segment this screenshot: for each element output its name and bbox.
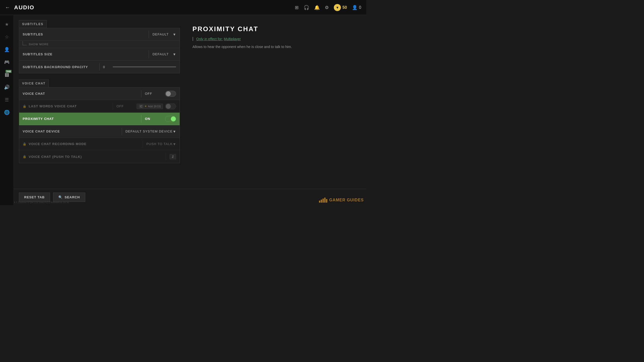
subtitles-bg-opacity-row[interactable]: SUBTITLES BACKGROUND OPACITY 0 bbox=[19, 61, 180, 73]
bar-4 bbox=[324, 198, 326, 203]
last-words-toggle-knob bbox=[166, 104, 171, 109]
subtitles-size-row[interactable]: SUBTITLES SIZE DEFAULT ▼ bbox=[19, 48, 180, 61]
header-right: ⊞ 🎧 🔔 ⚙ ▼ 50 👤 0 bbox=[295, 4, 361, 11]
watermark: GAMER GUIDES bbox=[319, 198, 364, 203]
separator bbox=[99, 63, 100, 71]
voice-chat-device-control[interactable]: ▼ bbox=[173, 129, 176, 133]
last-words-value: OFF bbox=[116, 104, 137, 108]
voice-chat-label: VOICE CHAT bbox=[23, 92, 138, 96]
subtitles-bg-opacity-label: SUBTITLES BACKGROUND OPACITY bbox=[23, 65, 96, 69]
list-icon: ☰ bbox=[5, 97, 9, 103]
voice-chat-recording-control[interactable]: ▼ bbox=[173, 142, 176, 146]
subtitles-size-control[interactable]: ▼ bbox=[173, 52, 176, 56]
subtitles-size-value: DEFAULT bbox=[152, 52, 173, 56]
subtitles-size-label: SUBTITLES SIZE bbox=[23, 52, 145, 56]
gear-icon[interactable]: ⚙ bbox=[325, 5, 329, 10]
last-words-toggle[interactable] bbox=[165, 103, 176, 109]
sidebar-item-list[interactable]: ☰ bbox=[2, 95, 12, 105]
info-description: Allows to hear the opponent when he is c… bbox=[192, 44, 359, 50]
voice-chat-device-value: DEFAULT SYSTEM DEVICE bbox=[126, 129, 173, 133]
proximity-chat-label: PROXIMITY CHAT bbox=[23, 117, 138, 121]
back-button[interactable]: ← bbox=[5, 5, 10, 10]
subtitles-control[interactable]: ▼ bbox=[173, 32, 176, 36]
info-title: PROXIMITY CHAT bbox=[192, 25, 359, 33]
proximity-chat-toggle[interactable] bbox=[165, 116, 176, 122]
bell-icon[interactable]: 🔔 bbox=[314, 5, 320, 10]
voice-chat-ptt-label: 🔒 VOICE CHAT (PUSH TO TALK) bbox=[23, 155, 162, 159]
info-subtitle: Only in effect for: Multiplayer bbox=[192, 37, 359, 41]
proximity-chat-control[interactable] bbox=[165, 116, 176, 122]
dropdown-arrow-icon: ▼ bbox=[173, 32, 176, 36]
sidebar-item-controller[interactable]: 🎮 bbox=[2, 57, 12, 67]
proximity-chat-value: ON bbox=[145, 117, 165, 121]
main-content: SUBTITLES SUBTITLES DEFAULT ▼ SHOW MORE bbox=[14, 15, 366, 205]
proximity-chat-toggle-knob bbox=[171, 116, 176, 121]
dropdown-arrow-icon: ▼ bbox=[173, 129, 176, 133]
voice-chat-recording-value: PUSH TO TALK bbox=[146, 142, 173, 146]
settings-panel: SUBTITLES SUBTITLES DEFAULT ▼ SHOW MORE bbox=[14, 15, 185, 205]
separator bbox=[166, 153, 166, 160]
version-text: 9.7.13200072 [34:111:1661+1] | f68946435… bbox=[14, 201, 69, 204]
lock-icon: 🔒 bbox=[23, 105, 27, 108]
indent-icon bbox=[23, 41, 27, 45]
currency-icon: ▼ bbox=[334, 4, 341, 11]
controller-icon: 🎮 bbox=[4, 59, 10, 65]
last-words-control[interactable]: C ★ Add [8/15] bbox=[137, 103, 176, 109]
voice-chat-recording-mode-row[interactable]: 🔒 VOICE CHAT RECORDING MODE PUSH TO TALK… bbox=[19, 138, 180, 150]
dropdown-arrow-icon: ▼ bbox=[173, 142, 176, 146]
voice-chat-control[interactable] bbox=[165, 91, 176, 97]
reset-tab-button[interactable]: RESET TAB bbox=[19, 193, 50, 202]
info-subtitle-link[interactable]: Multiplayer bbox=[224, 37, 241, 41]
add-badge[interactable]: C ★ Add [8/15] bbox=[137, 104, 163, 109]
grid-icon[interactable]: ⊞ bbox=[295, 5, 299, 10]
separator bbox=[141, 115, 141, 123]
voice-chat-section-header: VOICE CHAT bbox=[19, 79, 49, 87]
sidebar-item-tab[interactable]: ▤ TAB bbox=[2, 69, 12, 80]
person-icon: 👤 bbox=[4, 47, 10, 52]
voice-chat-toggle-knob bbox=[166, 91, 171, 96]
subtitles-row[interactable]: SUBTITLES DEFAULT ▼ bbox=[19, 28, 180, 41]
header-left: ← AUDIO bbox=[5, 4, 34, 11]
voice-chat-ptt-control[interactable]: Z bbox=[170, 154, 176, 159]
ptt-key-badge[interactable]: Z bbox=[170, 154, 176, 159]
show-more-row[interactable]: SHOW MORE bbox=[19, 41, 180, 48]
sidebar-item-favorites[interactable]: ★ bbox=[2, 19, 12, 30]
subtitles-label: SUBTITLES bbox=[23, 32, 145, 36]
voice-chat-device-row[interactable]: VOICE CHAT DEVICE DEFAULT SYSTEM DEVICE … bbox=[19, 125, 180, 138]
separator bbox=[122, 128, 122, 135]
search-label: SEARCH bbox=[65, 195, 80, 199]
voice-chat-toggle[interactable] bbox=[165, 91, 176, 97]
subtitles-value: DEFAULT bbox=[152, 32, 173, 36]
star-icon: ★ bbox=[144, 105, 147, 108]
separator bbox=[141, 90, 141, 98]
sidebar-item-star[interactable]: ☆ bbox=[2, 32, 12, 42]
sidebar-item-globe[interactable]: 🌐 bbox=[2, 107, 12, 118]
bar-3 bbox=[323, 199, 324, 203]
currency-amount: 50 bbox=[342, 5, 347, 10]
headphones-icon[interactable]: 🎧 bbox=[304, 5, 309, 10]
bar-2 bbox=[321, 200, 322, 203]
opacity-slider-track[interactable] bbox=[113, 66, 176, 67]
add-key: C bbox=[139, 105, 143, 108]
globe-icon: 🌐 bbox=[4, 110, 10, 115]
proximity-chat-row[interactable]: PROXIMITY CHAT ON bbox=[19, 113, 180, 125]
bar-5 bbox=[326, 199, 327, 203]
last-words-voice-chat-row[interactable]: 🔒 LAST WORDS VOICE CHAT OFF C ★ Add [8/1… bbox=[19, 100, 180, 113]
subtitles-group: SUBTITLES DEFAULT ▼ SHOW MORE SUBTITLES … bbox=[19, 28, 180, 73]
voice-chat-push-to-talk-row[interactable]: 🔒 VOICE CHAT (PUSH TO TALK) Z bbox=[19, 150, 180, 163]
sidebar: ★ ☆ 👤 🎮 ▤ TAB 🔊 ☰ 🌐 bbox=[0, 15, 14, 205]
sidebar-item-person[interactable]: 👤 bbox=[2, 44, 12, 55]
lock-icon: 🔒 bbox=[23, 155, 27, 158]
sidebar-item-audio[interactable]: 🔊 bbox=[2, 82, 12, 93]
voice-chat-row[interactable]: VOICE CHAT OFF bbox=[19, 87, 180, 100]
premium-icon: 👤 bbox=[352, 5, 357, 10]
search-button[interactable]: 🔍 SEARCH bbox=[53, 193, 85, 202]
header: ← AUDIO ⊞ 🎧 🔔 ⚙ ▼ 50 👤 0 bbox=[0, 0, 366, 15]
reset-tab-label: RESET TAB bbox=[24, 195, 45, 199]
separator bbox=[143, 140, 143, 148]
voice-chat-device-label: VOICE CHAT DEVICE bbox=[23, 129, 118, 133]
add-label: Add bbox=[148, 105, 153, 108]
opacity-value: 0 bbox=[103, 65, 111, 69]
subtitles-section-header: SUBTITLES bbox=[19, 20, 47, 28]
last-words-label: 🔒 LAST WORDS VOICE CHAT bbox=[23, 104, 109, 108]
